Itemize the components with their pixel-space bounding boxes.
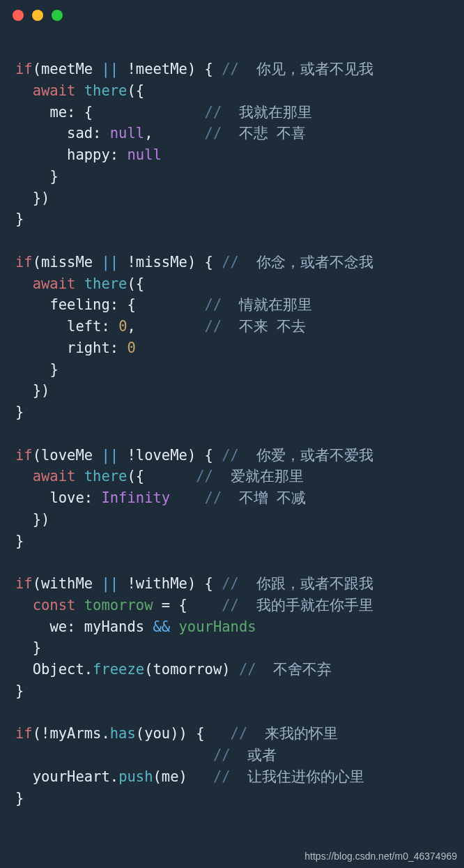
property: feeling: [49, 296, 109, 313]
brace: }: [33, 639, 41, 656]
comment-text: 情就在那里: [239, 296, 312, 313]
number: 0: [127, 340, 135, 356]
comment-marker: //: [213, 747, 231, 763]
property: sad: [67, 125, 93, 142]
identifier: withMe: [41, 575, 93, 592]
keyword-if: if: [15, 447, 33, 464]
colon: :: [84, 489, 93, 506]
brace: }: [15, 404, 24, 420]
comment-marker: //: [222, 447, 239, 464]
comment-text: 你见，或者不见我: [256, 61, 373, 77]
keyword-const: const: [33, 597, 76, 614]
paren: ): [187, 61, 196, 77]
comment-marker: //: [205, 296, 222, 313]
comment-text: 不悲 不喜: [239, 125, 306, 142]
property: right: [67, 340, 110, 356]
brace: {: [205, 447, 213, 464]
operator-not: !: [127, 447, 135, 464]
operator-and: &&: [153, 618, 171, 635]
comment-marker: //: [231, 725, 248, 742]
comment-marker: //: [222, 575, 239, 592]
keyword-if: if: [15, 61, 33, 77]
colon: : {: [67, 104, 93, 121]
comment-text: 让我住进你的心里: [247, 768, 364, 785]
comment-marker: //: [213, 768, 231, 785]
number: 0: [118, 318, 127, 335]
keyword-if: if: [15, 254, 33, 271]
identifier: tomorrow: [153, 661, 222, 678]
paren: ): [187, 254, 196, 271]
comment-text: 你爱，或者不爱我: [256, 447, 373, 464]
comment-text: 来我的怀里: [265, 725, 338, 742]
comment-marker: //: [205, 489, 222, 506]
paren: (: [33, 447, 41, 464]
colon: :: [101, 318, 109, 335]
watermark: https://blog.csdn.net/m0_46374969: [304, 849, 457, 864]
identifier: missMe: [41, 254, 93, 271]
comment-marker: //: [196, 468, 213, 485]
keyword-infinity: Infinity: [101, 489, 170, 506]
comment-marker: //: [205, 104, 222, 121]
paren: ({: [127, 468, 144, 485]
brace: }: [15, 683, 24, 699]
operator-or: ||: [101, 575, 118, 592]
comment-text: 或者: [247, 747, 277, 763]
operator-not: !: [127, 575, 135, 592]
method: has: [110, 725, 136, 742]
comment-marker: //: [222, 254, 239, 271]
comment-marker: //: [205, 318, 222, 335]
colon: :: [110, 340, 118, 356]
brace: {: [205, 254, 213, 271]
maximize-icon[interactable]: [52, 10, 63, 21]
property: left: [67, 318, 101, 335]
function-call: there: [84, 82, 127, 99]
paren: (: [136, 725, 144, 742]
identifier: Object: [33, 661, 84, 678]
comment-marker: //: [222, 597, 239, 614]
identifier: withMe: [136, 575, 187, 592]
brace: }): [33, 382, 50, 399]
brace: }): [33, 511, 50, 528]
operator-not: !: [127, 254, 135, 271]
method: push: [118, 768, 153, 785]
keyword-await: await: [33, 468, 76, 485]
keyword-null: null: [127, 146, 161, 163]
brace: }: [49, 361, 58, 378]
comment-text: 我就在那里: [239, 104, 312, 121]
paren: (: [33, 725, 41, 742]
keyword-await: await: [33, 275, 76, 292]
comment-marker: //: [239, 661, 256, 678]
brace: }): [33, 190, 50, 206]
property: me: [49, 104, 67, 121]
brace: {: [196, 725, 204, 742]
paren: ): [187, 575, 196, 592]
dot: .: [110, 768, 118, 785]
brace: }: [49, 168, 58, 185]
paren: ({: [127, 82, 144, 99]
keyword-if: if: [15, 575, 33, 592]
paren: )): [170, 725, 187, 742]
variable: tomorrow: [84, 597, 153, 614]
brace: }: [15, 790, 24, 807]
paren: ): [187, 447, 196, 464]
comment-text: 我的手就在你手里: [256, 597, 373, 614]
identifier: myArms: [49, 725, 101, 742]
keyword-null: null: [110, 125, 144, 142]
paren: (: [33, 575, 41, 592]
identifier: loveMe: [136, 447, 187, 464]
property: happy: [67, 146, 110, 163]
identifier: meetMe: [41, 61, 93, 77]
comment-marker: //: [222, 61, 239, 77]
operator-not: !: [41, 725, 49, 742]
property: love: [49, 489, 84, 506]
equals: = {: [162, 597, 187, 614]
identifier: me: [162, 768, 179, 785]
identifier: yourHands: [179, 618, 256, 635]
comment-marker: //: [205, 125, 222, 142]
minimize-icon[interactable]: [32, 10, 43, 21]
close-icon[interactable]: [13, 10, 24, 21]
operator-not: !: [127, 61, 135, 77]
comment-text: 你念，或者不念我: [256, 254, 373, 271]
colon: :: [67, 618, 75, 635]
identifier: you: [144, 725, 170, 742]
